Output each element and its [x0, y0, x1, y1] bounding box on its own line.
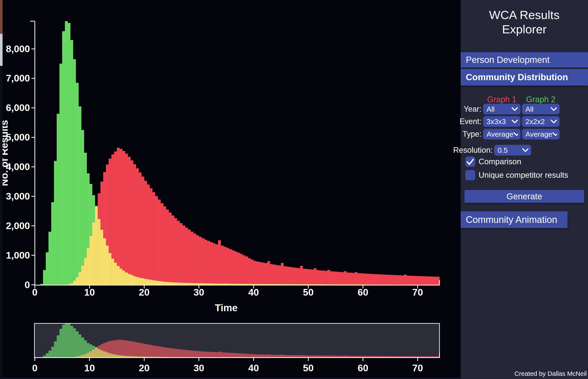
select-value: 2x2x2	[525, 117, 545, 126]
svg-text:60: 60	[358, 287, 368, 298]
sidebar-item-community-animation[interactable]: Community Animation	[461, 211, 568, 228]
svg-text:10: 10	[84, 287, 95, 298]
select-value: Average	[486, 130, 514, 138]
event-label: Event:	[461, 116, 481, 127]
event-select-graph2[interactable]: 2x2x2	[522, 116, 559, 127]
svg-text:40: 40	[248, 363, 259, 373]
svg-text:20: 20	[139, 363, 149, 373]
sidebar-item-community-distribution[interactable]: Community Distribution	[461, 69, 588, 86]
chevron-down-icon	[551, 107, 557, 111]
graph1-header: Graph 1	[483, 95, 520, 104]
select-value: Average	[525, 130, 552, 138]
svg-text:0: 0	[25, 279, 30, 290]
graph-column-headers: Graph 1 Graph 2	[461, 95, 588, 104]
chevron-down-icon	[514, 132, 518, 136]
svg-text:1,000: 1,000	[6, 250, 30, 261]
svg-text:6,000: 6,000	[6, 102, 30, 113]
svg-text:40: 40	[248, 287, 259, 298]
svg-text:50: 50	[303, 363, 314, 373]
nav-label: Community Distribution	[466, 72, 568, 82]
bottom-strip	[0, 377, 461, 379]
year-label: Year:	[461, 104, 481, 114]
unique-competitor-results-label: Unique competitor results	[479, 171, 568, 180]
nav-label: Community Animation	[466, 214, 557, 225]
overview-chart[interactable]: 010203040506070	[32, 323, 440, 373]
svg-text:30: 30	[193, 363, 204, 373]
type-select-graph2[interactable]: Average	[522, 129, 559, 140]
event-select-graph1[interactable]: 3x3x3	[483, 116, 520, 127]
comparison-checkbox[interactable]	[465, 157, 475, 167]
resolution-select[interactable]: 0.5	[494, 145, 531, 156]
type-label: Type:	[461, 129, 481, 140]
select-value: 0.5	[498, 146, 508, 154]
chevron-down-icon	[512, 107, 518, 111]
graph2-header: Graph 2	[522, 95, 559, 104]
svg-text:8,000: 8,000	[6, 43, 30, 54]
sidebar-item-person-development[interactable]: Person Development	[461, 52, 588, 68]
svg-text:10: 10	[84, 363, 95, 373]
svg-text:0: 0	[32, 287, 37, 298]
app-title: WCA Results Explorer	[461, 8, 588, 36]
svg-text:70: 70	[412, 287, 423, 298]
comparison-label: Comparison	[479, 157, 521, 166]
svg-text:50: 50	[303, 287, 314, 298]
generate-label: Generate	[507, 192, 542, 201]
wca-results-explorer-app: { "app": { "title": "WCA Results Explore…	[0, 0, 588, 379]
resolution-label: Resolution:	[461, 145, 493, 156]
check-icon	[465, 157, 475, 167]
svg-text:Time: Time	[215, 302, 238, 313]
svg-text:20: 20	[139, 287, 149, 298]
chevron-down-icon	[512, 119, 518, 124]
svg-text:0: 0	[32, 363, 37, 373]
select-value: All	[525, 105, 533, 113]
year-select-graph1[interactable]: All	[483, 104, 520, 114]
scrollbar-top-segment	[0, 0, 2, 34]
svg-text:70: 70	[412, 363, 423, 373]
svg-text:60: 60	[358, 363, 368, 373]
svg-text:30: 30	[193, 287, 204, 298]
svg-text:7,000: 7,000	[6, 73, 30, 84]
credits-text: Created by Dallas McNeil	[514, 370, 587, 377]
nav-label: Person Development	[466, 55, 550, 65]
select-value: All	[486, 105, 495, 113]
type-select-graph1[interactable]: Average	[483, 129, 520, 140]
year-select-graph2[interactable]: All	[522, 104, 559, 114]
unique-competitor-results-checkbox[interactable]	[465, 170, 475, 180]
scrollbar-thumb[interactable]	[0, 34, 2, 66]
generate-button[interactable]: Generate	[465, 190, 584, 203]
svg-text:2,000: 2,000	[6, 220, 30, 231]
main-chart[interactable]: 01,0002,0003,0004,0005,0006,0007,0008,00…	[0, 21, 440, 313]
scrollbar[interactable]	[0, 0, 2, 379]
chart-canvas[interactable]: 01,0002,0003,0004,0005,0006,0007,0008,00…	[0, 0, 461, 379]
sidebar: WCA Results Explorer Person Development …	[461, 0, 588, 379]
select-value: 3x3x3	[486, 117, 506, 126]
chevron-down-icon	[552, 132, 557, 136]
chevron-down-icon	[551, 119, 557, 124]
svg-text:3,000: 3,000	[6, 191, 30, 202]
chevron-down-icon	[522, 148, 529, 152]
